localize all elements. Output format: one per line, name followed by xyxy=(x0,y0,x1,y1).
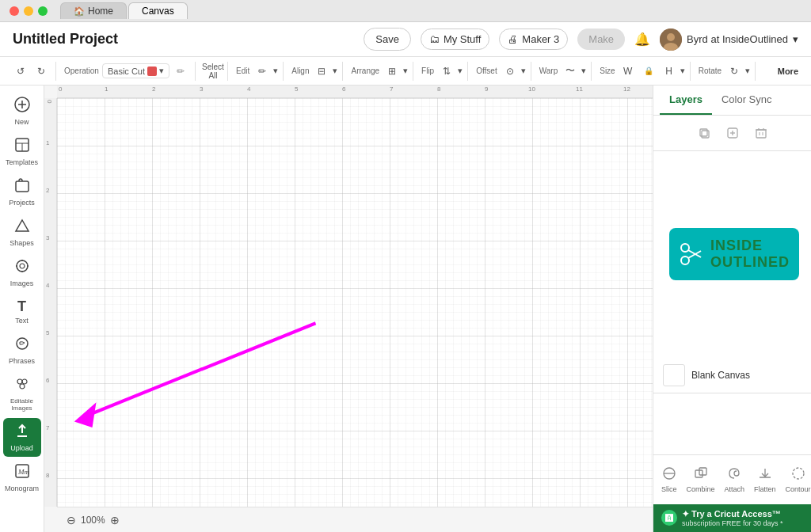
warp-button[interactable]: 〜 xyxy=(561,62,580,81)
user-menu[interactable]: Byrd at InsideOutlined ▾ xyxy=(660,28,798,51)
bottom-panel: Slice Combine Attach xyxy=(653,454,811,504)
undo-button[interactable]: ↺ xyxy=(11,62,30,81)
sidebar-item-editable-images-label: Editable Images xyxy=(6,397,38,412)
tab-canvas[interactable]: Canvas xyxy=(128,2,188,19)
sidebar-item-images[interactable]: Images xyxy=(3,253,41,292)
operation-dropdown[interactable]: Basic Cut ▾ xyxy=(102,63,169,78)
flip-button[interactable]: ⇅ xyxy=(437,62,456,81)
sidebar-item-text[interactable]: T Text xyxy=(3,294,41,329)
contour-button[interactable]: Contour xyxy=(781,463,811,496)
combine-label: Combine xyxy=(687,485,715,493)
edit-button[interactable]: ✏ xyxy=(253,62,272,81)
duplicate-layer-button[interactable] xyxy=(693,122,715,144)
canvas-grid[interactable] xyxy=(57,98,653,507)
zoom-controls: ⊖ 100% ⊕ xyxy=(67,514,120,526)
notifications-icon[interactable]: 🔔 xyxy=(634,32,650,47)
operation-edit-button[interactable]: ✏ xyxy=(171,62,190,81)
sidebar-item-phrases[interactable]: Phrases xyxy=(3,331,41,370)
chevron-down-icon: ▾ xyxy=(273,66,278,76)
attach-icon xyxy=(727,466,741,484)
traffic-lights xyxy=(10,6,48,16)
mystuff-button[interactable]: 🗂 My Stuff xyxy=(421,28,489,50)
flatten-label: Flatten xyxy=(754,485,776,493)
ruler-num-left-4: 4 xyxy=(46,282,49,289)
zoom-level: 100% xyxy=(81,515,105,526)
flatten-icon xyxy=(758,466,772,484)
upload-icon xyxy=(14,423,30,443)
sidebar-item-monogram[interactable]: Mm Monogram xyxy=(3,458,41,497)
flatten-button[interactable]: Flatten xyxy=(749,463,781,496)
ruler-num-left-8: 8 xyxy=(46,472,49,479)
tab-color-sync[interactable]: Color Sync xyxy=(712,86,782,115)
rotate-button[interactable]: ↻ xyxy=(725,62,744,81)
sidebar-item-new[interactable]: New xyxy=(3,92,41,131)
combine-button[interactable]: Combine xyxy=(682,463,720,496)
ruler-num-4: 4 xyxy=(247,86,250,93)
text-icon: T xyxy=(17,298,26,315)
copy-layer-button[interactable] xyxy=(722,122,744,144)
ruler-left: 0 1 2 3 4 5 6 7 8 xyxy=(44,98,57,507)
phrases-icon xyxy=(14,336,30,355)
sidebar-item-shapes[interactable]: Shapes xyxy=(3,213,41,252)
home-icon: 🏠 xyxy=(74,6,85,17)
close-button[interactable] xyxy=(10,6,19,16)
svg-point-20 xyxy=(20,384,25,389)
sidebar-item-phrases-label: Phrases xyxy=(9,357,35,365)
right-panel: Layers Color Sync xyxy=(653,86,811,532)
zoom-in-button[interactable]: ⊕ xyxy=(110,514,120,526)
sidebar-item-editable-images[interactable]: Editable Images xyxy=(3,371,41,416)
canvas-area[interactable]: 0 1 2 3 4 5 6 7 8 9 10 11 12 0 1 2 3 4 5 xyxy=(44,86,653,532)
size-lock-button[interactable]: 🔒 xyxy=(639,62,658,81)
flip-group: Flip ⇅ ▾ xyxy=(417,62,468,81)
svg-text:Mm: Mm xyxy=(17,468,29,476)
inside-outlined-logo: INSIDE OUTLINED xyxy=(653,212,811,296)
save-button[interactable]: Save xyxy=(364,28,411,51)
align-button[interactable]: ⊟ xyxy=(312,62,331,81)
sidebar-item-templates[interactable]: Templates xyxy=(3,132,41,171)
select-all-button[interactable]: Select All xyxy=(204,62,223,81)
ruler-num-left-2: 2 xyxy=(46,187,49,194)
make-button[interactable]: Make xyxy=(577,28,625,50)
sidebar-item-upload[interactable]: Upload xyxy=(3,418,41,457)
size-group: Size W 🔒 H ▾ xyxy=(595,62,690,81)
offset-button[interactable]: ⊙ xyxy=(501,62,520,81)
ruler-num-8: 8 xyxy=(437,86,440,93)
svg-point-37 xyxy=(681,244,689,252)
arrange-button[interactable]: ⊞ xyxy=(383,62,402,81)
chevron-down-icon: ▾ xyxy=(680,66,685,76)
cricut-access-bar[interactable]: 🅰 ✦ Try a Cricut Access™ subscription FR… xyxy=(653,504,811,532)
bottom-bar: ⊖ 100% ⊕ xyxy=(57,507,653,532)
size-h-button[interactable]: H xyxy=(660,62,679,81)
ruler-top: 0 1 2 3 4 5 6 7 8 9 10 11 12 xyxy=(57,86,653,98)
delete-layer-button[interactable] xyxy=(750,122,772,144)
toolbar: ↺ ↻ Operation Basic Cut ▾ ✏ Select All E… xyxy=(0,57,811,86)
ruler-num-10: 10 xyxy=(528,86,535,93)
more-button[interactable]: More xyxy=(771,64,805,78)
svg-rect-9 xyxy=(16,181,29,192)
sidebar-item-projects-label: Projects xyxy=(9,199,35,207)
svg-point-17 xyxy=(17,338,28,349)
redo-button[interactable]: ↻ xyxy=(32,62,51,81)
sidebar-item-monogram-label: Monogram xyxy=(5,484,39,492)
size-w-button[interactable]: W xyxy=(619,62,638,81)
select-all-group: Select All xyxy=(199,62,228,81)
layer-item[interactable]: Blank Canvas xyxy=(653,358,811,393)
project-title: Untitled Project xyxy=(13,31,118,48)
sidebar-item-projects[interactable]: Projects xyxy=(3,173,41,211)
shapes-icon xyxy=(14,218,30,238)
templates-icon xyxy=(14,137,30,157)
svg-point-19 xyxy=(22,379,27,384)
ruler-num-5: 5 xyxy=(295,86,298,93)
nav-bar: Untitled Project Save 🗂 My Stuff 🖨 Maker… xyxy=(0,22,811,57)
tab-layers[interactable]: Layers xyxy=(660,86,712,115)
maker3-button[interactable]: 🖨 Maker 3 xyxy=(499,28,568,50)
logo-container: INSIDE OUTLINED xyxy=(669,228,799,280)
maximize-button[interactable] xyxy=(38,6,48,16)
attach-button[interactable]: Attach xyxy=(720,463,750,496)
slice-button[interactable]: Slice xyxy=(657,463,682,496)
ruler-num-12: 12 xyxy=(623,86,630,93)
tab-home[interactable]: 🏠 Home xyxy=(60,2,127,19)
zoom-out-button[interactable]: ⊖ xyxy=(67,514,76,526)
ruler-num-11: 11 xyxy=(576,86,583,93)
minimize-button[interactable] xyxy=(24,6,33,16)
